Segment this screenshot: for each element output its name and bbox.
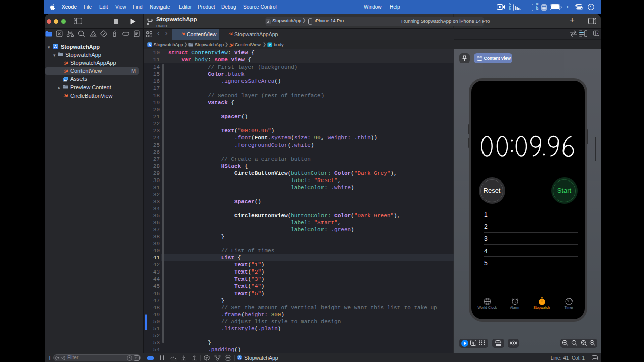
svg-text:P: P: [268, 43, 271, 47]
